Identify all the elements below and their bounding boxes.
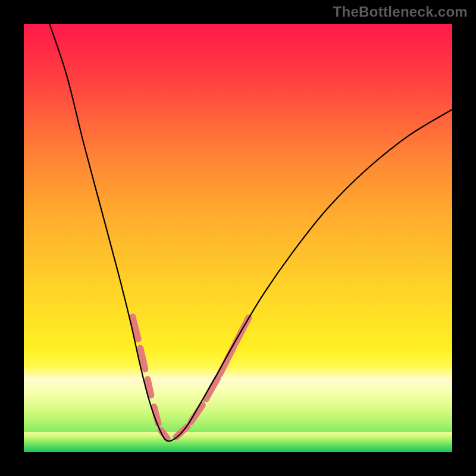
- chart-frame: TheBottleneck.com: [0, 0, 476, 476]
- plot-area: [24, 24, 452, 452]
- gradient-background: [24, 24, 452, 452]
- watermark-text: TheBottleneck.com: [333, 4, 468, 20]
- gradient-green-band: [24, 432, 452, 452]
